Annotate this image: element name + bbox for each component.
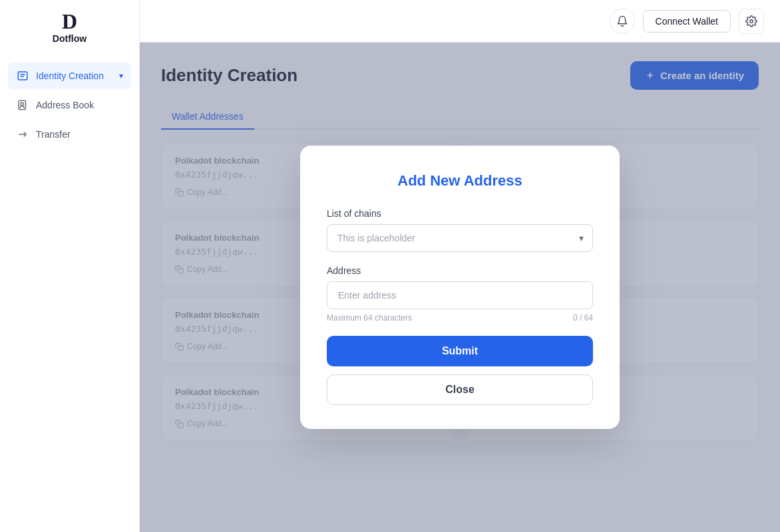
char-count: 0 / 64 [573,313,593,323]
sidebar-item-identity-creation[interactable]: Identity Creation ▾ [8,63,131,89]
transfer-icon [16,128,29,141]
modal-overlay[interactable]: Add New Address List of chains ▾ This is… [140,43,780,532]
logo-icon: D [62,11,77,32]
char-hint: Maximum 64 characters 0 / 64 [327,313,593,323]
submit-button[interactable]: Submit [327,336,593,366]
connect-wallet-button[interactable]: Connect Wallet [643,10,731,33]
notifications-button[interactable] [610,9,635,34]
modal-title: Add New Address [327,172,593,190]
sidebar-item-label: Address Book [36,100,94,110]
sidebar-nav: Identity Creation ▾ Address Book [0,57,139,153]
chain-form-group: List of chains ▾ This is placeholder [327,208,593,252]
logo-text: Dotflow [53,33,87,44]
sidebar: D Dotflow Identity Creation ▾ [0,0,140,532]
address-form-group: Address Maximum 64 characters 0 / 64 [327,265,593,323]
svg-point-4 [21,102,24,106]
close-button[interactable]: Close [327,374,593,405]
add-new-address-modal: Add New Address List of chains ▾ This is… [300,146,620,429]
settings-button[interactable] [739,9,764,34]
main-content: Connect Wallet Identity Creation ＋ Creat… [140,0,780,532]
sidebar-item-label: Transfer [36,129,71,140]
sidebar-item-transfer[interactable]: Transfer [8,121,131,148]
page-content: Identity Creation ＋ Create an identity W… [140,43,780,532]
sidebar-item-address-book[interactable]: Address Book [8,92,131,118]
address-input[interactable] [327,281,593,309]
identity-creation-icon [16,69,29,82]
chain-label: List of chains [327,208,593,219]
logo-area: D Dotflow [0,0,139,57]
topbar: Connect Wallet [140,0,780,43]
chevron-down-icon: ▾ [119,71,123,80]
address-label: Address [327,265,593,276]
max-chars-hint: Maximum 64 characters [327,313,412,323]
address-book-icon [16,98,29,112]
svg-point-5 [750,19,753,23]
sidebar-item-label: Identity Creation [36,70,104,81]
chain-select[interactable] [327,224,593,252]
chain-select-wrapper: ▾ This is placeholder [327,224,593,252]
